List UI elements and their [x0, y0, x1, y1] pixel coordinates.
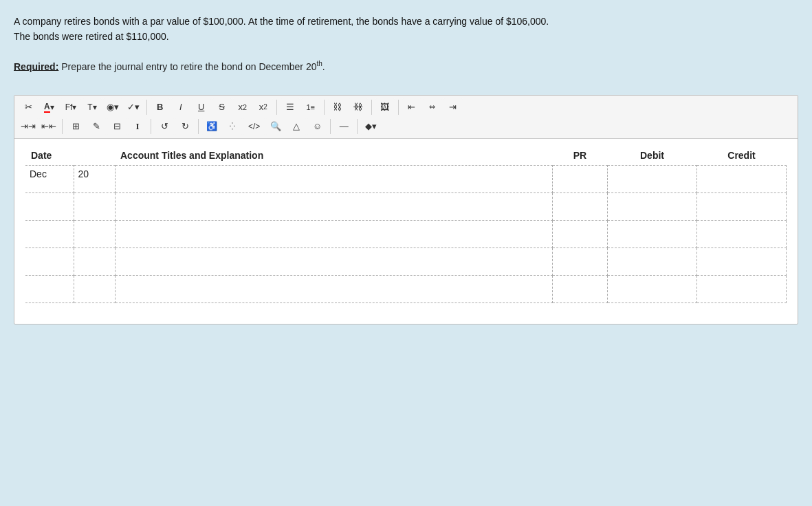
link-button[interactable]: ⛓: [328, 98, 347, 116]
undo-button[interactable]: ↺: [155, 118, 174, 135]
problem-line1: A company retires bonds with a par value…: [14, 14, 798, 29]
header-debit: Debit: [608, 146, 697, 166]
cell-credit-1[interactable]: [697, 192, 787, 220]
toolbar-row-2: ⇥⇥ ⇤⇤ ⊞ ✎ ⊟ I ↺ ↻ ♿ ⁛ </> 🔍 △ ☺ — ◆▾: [19, 118, 793, 135]
accessibility-button[interactable]: ♿: [202, 118, 221, 135]
cell-date1-0[interactable]: Dec: [25, 165, 74, 192]
edit-button[interactable]: ✎: [87, 118, 106, 135]
header-credit: Credit: [697, 146, 787, 166]
cell-date1-2[interactable]: [25, 220, 74, 248]
cell-pr-2[interactable]: [553, 220, 608, 248]
journal-table: Date Account Titles and Explanation PR D…: [25, 146, 787, 303]
cell-credit-4[interactable]: [697, 275, 787, 302]
cell-pr-3[interactable]: [553, 248, 608, 275]
header-pr: PR: [553, 146, 608, 166]
dash-button[interactable]: —: [334, 118, 353, 135]
cell-date2-4[interactable]: [74, 275, 115, 302]
cell-credit-0[interactable]: [697, 165, 787, 192]
cell-debit-2[interactable]: [608, 220, 697, 248]
journal-table-body: Dec20: [25, 165, 787, 302]
special1-button[interactable]: ◉▾: [103, 98, 122, 116]
indent-increase-button[interactable]: ⇥⇥: [19, 118, 38, 135]
cell-date2-0[interactable]: 20: [74, 165, 115, 192]
emoji-button[interactable]: ☺: [307, 118, 327, 135]
cell-date2-1[interactable]: [74, 192, 115, 220]
cursor-button[interactable]: I: [128, 118, 147, 135]
source-button[interactable]: </>: [243, 118, 265, 135]
cell-account-2[interactable]: [115, 220, 553, 248]
table-header-row: Date Account Titles and Explanation PR D…: [25, 146, 787, 166]
cell-debit-0[interactable]: [608, 165, 697, 192]
cell-pr-4[interactable]: [553, 275, 608, 302]
required-superscript: th: [316, 60, 322, 67]
cell-debit-4[interactable]: [608, 275, 697, 302]
find-button[interactable]: 🔍: [266, 118, 285, 135]
cell-date1-3[interactable]: [25, 248, 74, 275]
cell-credit-2[interactable]: [697, 220, 787, 248]
indent-decrease-button[interactable]: ⇤⇤: [39, 118, 58, 135]
cell-pr-0[interactable]: [553, 165, 608, 192]
table-row: [25, 248, 787, 275]
separator-2: [276, 100, 277, 115]
italic-button[interactable]: I: [171, 98, 190, 116]
problem-text: A company retires bonds with a par value…: [14, 14, 798, 45]
toolbar-row-1: ✂ A▾ Ff▾ T▾ ◉▾ ✓▾ B I U S x2 x2 ☰ 1≡ ⛓ ⛓…: [19, 98, 793, 116]
header-date: Date: [25, 146, 115, 166]
underline-button[interactable]: U: [192, 98, 211, 116]
checkmark-button[interactable]: ✓▾: [124, 98, 143, 116]
cell-debit-3[interactable]: [608, 248, 697, 275]
separator-5: [398, 100, 399, 115]
align-center-button[interactable]: ⇔: [423, 98, 442, 116]
bold-button[interactable]: B: [151, 98, 170, 116]
cell-account-3[interactable]: [115, 248, 553, 275]
separator-7: [151, 119, 151, 134]
separator-6: [62, 119, 63, 134]
font-family-button[interactable]: Ff▾: [61, 98, 82, 116]
required-text: Prepare the journal entry to retire the …: [58, 60, 316, 72]
required-label: Required:: [14, 60, 58, 72]
image-button[interactable]: 🖼: [375, 98, 395, 116]
special-chars-button[interactable]: ⁛: [223, 118, 242, 135]
cell-account-4[interactable]: [115, 275, 553, 302]
cell-date2-2[interactable]: [74, 220, 115, 248]
table-layout-button[interactable]: ⊟: [107, 118, 127, 135]
table-area: Date Account Titles and Explanation PR D…: [14, 139, 798, 324]
insert-table-button[interactable]: ⊞: [66, 118, 85, 135]
subscript-button[interactable]: x2: [233, 98, 252, 116]
header-account: Account Titles and Explanation: [115, 146, 553, 166]
cell-credit-3[interactable]: [697, 248, 787, 275]
required-end: .: [322, 60, 325, 72]
cell-pr-1[interactable]: [553, 192, 608, 220]
cell-date2-3[interactable]: [74, 248, 115, 275]
highlight-button[interactable]: △: [287, 118, 306, 135]
separator-4: [371, 100, 372, 115]
editor-container: ✂ A▾ Ff▾ T▾ ◉▾ ✓▾ B I U S x2 x2 ☰ 1≡ ⛓ ⛓…: [14, 95, 798, 324]
redo-button[interactable]: ↻: [175, 118, 195, 135]
align-left-button[interactable]: ⇤: [402, 98, 421, 116]
separator-8: [198, 119, 199, 134]
text-style-button[interactable]: T▾: [83, 98, 101, 116]
cut-button[interactable]: ✂: [19, 98, 38, 116]
cell-date1-4[interactable]: [25, 275, 74, 302]
problem-line2: The bonds were retired at $110,000.: [14, 29, 798, 44]
separator-3: [324, 100, 325, 115]
required-line: Required: Prepare the journal entry to r…: [14, 58, 798, 74]
toolbar: ✂ A▾ Ff▾ T▾ ◉▾ ✓▾ B I U S x2 x2 ☰ 1≡ ⛓ ⛓…: [14, 96, 798, 139]
table-row: [25, 275, 787, 302]
font-color-button[interactable]: A▾: [39, 98, 59, 116]
align-right-button[interactable]: ⇥: [443, 98, 463, 116]
cell-debit-1[interactable]: [608, 192, 697, 220]
table-row: Dec20: [25, 165, 787, 192]
strikethrough-button[interactable]: S: [212, 98, 232, 116]
cell-account-0[interactable]: [115, 165, 553, 192]
ordered-list-button[interactable]: 1≡: [301, 98, 320, 116]
separator-1: [146, 100, 147, 115]
unordered-list-button[interactable]: ☰: [281, 98, 300, 116]
superscript-button[interactable]: x2: [254, 98, 273, 116]
color-picker-button[interactable]: ◆▾: [361, 118, 380, 135]
table-row: [25, 220, 787, 248]
separator-10: [357, 119, 358, 134]
unlink-button[interactable]: ⛓: [349, 98, 368, 116]
cell-account-1[interactable]: [115, 192, 553, 220]
cell-date1-1[interactable]: [25, 192, 74, 220]
